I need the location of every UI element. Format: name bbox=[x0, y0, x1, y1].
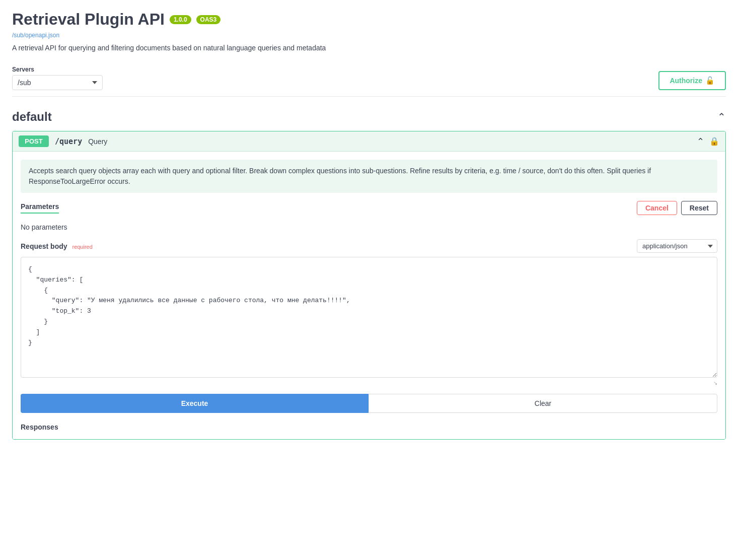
params-header: Parameters Cancel Reset bbox=[21, 201, 717, 215]
servers-label: Servers bbox=[12, 66, 103, 73]
execute-button[interactable]: Execute bbox=[21, 394, 368, 413]
oas3-badge: OAS3 bbox=[196, 15, 221, 24]
chevron-up-icon: ⌃ bbox=[717, 111, 726, 123]
params-title: Parameters bbox=[21, 202, 59, 214]
execute-row: Execute Clear bbox=[21, 394, 717, 413]
default-section: default ⌃ POST /query Query ⌃ 🔒 Accepts … bbox=[12, 103, 726, 440]
divider bbox=[12, 96, 726, 97]
section-header[interactable]: default ⌃ bbox=[12, 103, 726, 131]
api-link[interactable]: /sub/openapi.json bbox=[12, 32, 59, 39]
api-description: A retrieval API for querying and filteri… bbox=[12, 44, 726, 52]
request-body-title-group: Request body required bbox=[21, 242, 93, 250]
responses-section: Responses bbox=[21, 423, 717, 431]
endpoint-right: ⌃ 🔒 bbox=[697, 136, 719, 147]
endpoint-description: Accepts search query objects array each … bbox=[21, 160, 717, 193]
request-body-textarea[interactable] bbox=[21, 257, 717, 378]
resize-indicator: ↘ bbox=[21, 380, 717, 386]
request-body-title: Request body bbox=[21, 242, 67, 250]
content-type-select[interactable]: application/json bbox=[637, 239, 717, 253]
endpoint-left: POST /query Query bbox=[19, 135, 107, 147]
method-badge: POST bbox=[19, 135, 49, 147]
servers-section: Servers /sub Authorize 🔓 bbox=[12, 66, 726, 90]
endpoint-body: Accepts search query objects array each … bbox=[13, 151, 725, 439]
api-header: Retrieval Plugin API 1.0.0 OAS3 /sub/ope… bbox=[12, 10, 726, 52]
authorize-button[interactable]: Authorize 🔓 bbox=[658, 71, 726, 90]
authorize-label: Authorize bbox=[670, 77, 702, 85]
cancel-button[interactable]: Cancel bbox=[637, 201, 677, 215]
servers-left: Servers /sub bbox=[12, 66, 103, 90]
reset-button[interactable]: Reset bbox=[681, 201, 717, 215]
params-actions: Cancel Reset bbox=[637, 201, 717, 215]
servers-select[interactable]: /sub bbox=[12, 75, 103, 90]
endpoint-header[interactable]: POST /query Query ⌃ 🔒 bbox=[13, 131, 725, 151]
endpoint-lock-icon: 🔒 bbox=[709, 136, 719, 146]
endpoint-block: POST /query Query ⌃ 🔒 Accepts search que… bbox=[12, 131, 726, 440]
section-title: default bbox=[12, 110, 52, 124]
endpoint-summary: Query bbox=[88, 137, 107, 146]
lock-icon: 🔓 bbox=[705, 76, 715, 85]
collapse-icon: ⌃ bbox=[697, 136, 704, 147]
responses-title: Responses bbox=[21, 423, 58, 431]
request-body-header: Request body required application/json bbox=[21, 239, 717, 253]
version-badge: 1.0.0 bbox=[170, 15, 191, 24]
clear-button[interactable]: Clear bbox=[368, 394, 717, 413]
endpoint-path: /query bbox=[55, 137, 82, 146]
no-params-text: No parameters bbox=[21, 219, 717, 239]
required-badge: required bbox=[72, 244, 92, 250]
api-title: Retrieval Plugin API bbox=[12, 10, 165, 29]
